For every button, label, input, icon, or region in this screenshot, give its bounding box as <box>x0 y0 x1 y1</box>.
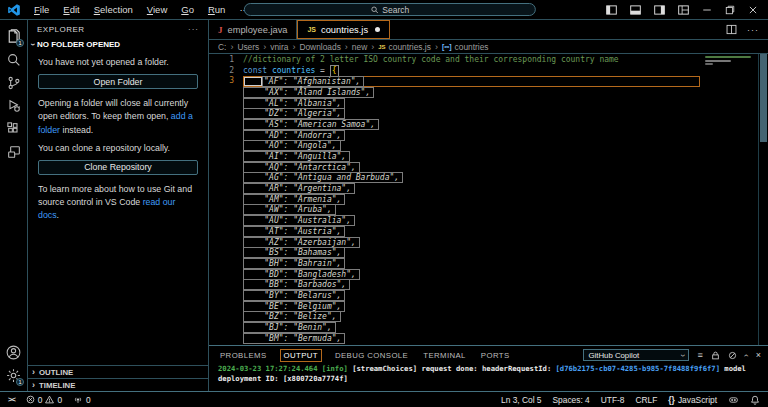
menu-edit[interactable]: Edit <box>56 4 86 15</box>
explorer-icon[interactable]: 1 <box>0 25 27 48</box>
customize-layout-icon[interactable] <box>678 5 689 15</box>
code-line[interactable]: "AI": "Anguilla", <box>209 151 700 162</box>
copilot-status-icon[interactable] <box>728 395 739 405</box>
accounts-icon[interactable] <box>0 341 27 364</box>
notifications-bell-icon[interactable] <box>750 395 760 405</box>
code-line[interactable]: "DZ": "Algeria", <box>209 108 700 119</box>
panel-tab-output[interactable]: OUTPUT <box>280 349 322 362</box>
code-line[interactable]: "AX": "Åland Islands", <box>209 87 700 98</box>
chevron-down-icon: › <box>28 43 37 46</box>
explorer-sidebar: EXPLORER ··· › NO FOLDER OPENED You have… <box>28 20 209 391</box>
run-and-debug-icon[interactable] <box>0 94 27 117</box>
panel-tab-debug-console[interactable]: DEBUG CONSOLE <box>333 350 410 361</box>
minimize-icon[interactable] <box>702 5 712 15</box>
minimap[interactable] <box>703 54 758 345</box>
code-line[interactable]: "BZ": "Belize", <box>209 312 700 323</box>
section-no-folder-opened[interactable]: › NO FOLDER OPENED <box>28 38 208 51</box>
code-line[interactable]: "BD": "Bangladesh", <box>209 269 700 280</box>
code-line[interactable]: "AU": "Australia", <box>209 215 700 226</box>
breadcrumb-item-Users[interactable]: Users <box>237 42 259 52</box>
clear-output-icon[interactable] <box>728 351 737 360</box>
timeline-section[interactable]: › TIMELINE <box>28 378 208 391</box>
code-line[interactable]: "BS": "Bahamas", <box>209 247 700 258</box>
scrollbar-thumb[interactable] <box>760 54 767 142</box>
breadcrumb-item-C[interactable]: C: <box>218 42 226 52</box>
close-icon[interactable] <box>748 5 758 15</box>
search-view-icon[interactable] <box>0 48 27 71</box>
code-line[interactable]: "AR": "Argentina", <box>209 183 700 194</box>
status-ln[interactable]: Ln 3, Col 5 <box>501 395 542 405</box>
status-utf-8[interactable]: UTF-8 <box>601 395 625 405</box>
status-crlf[interactable]: CRLF <box>635 395 657 405</box>
clone-repository-button[interactable]: Clone Repository <box>38 160 198 175</box>
problems-indicator[interactable]: 0 0 <box>26 395 62 405</box>
menu-selection[interactable]: Selection <box>87 4 140 15</box>
tab-countries.js[interactable]: JScountries.js <box>297 20 390 39</box>
search-input[interactable]: Search <box>244 3 536 16</box>
code-line[interactable]: "BM": "Bermuda", <box>209 333 700 344</box>
settings-badge: 1 <box>16 378 24 386</box>
language-indicator[interactable]: {} JavaScript <box>668 395 717 405</box>
restore-icon[interactable] <box>725 5 735 15</box>
code-line[interactable]: "AZ": "Azerbaijan", <box>209 237 700 248</box>
remote-explorer-icon[interactable] <box>0 140 27 163</box>
menu-file[interactable]: File <box>27 4 56 15</box>
extensions-icon[interactable] <box>0 117 27 140</box>
breadcrumb-item-new[interactable]: new <box>352 42 367 52</box>
code-line[interactable]: "AT": "Austria", <box>209 226 700 237</box>
menu-view[interactable]: View <box>140 4 174 15</box>
status-spaces[interactable]: Spaces: 4 <box>553 395 590 405</box>
editor-more-actions-icon[interactable]: ··· <box>747 25 759 35</box>
sidebar-title: EXPLORER <box>37 25 85 34</box>
code-line[interactable]: "AW": "Aruba", <box>209 205 700 216</box>
output-channel-select[interactable]: GitHub Copilot › <box>583 349 689 361</box>
code-line[interactable]: "AQ": "Antarctica", <box>209 162 700 173</box>
code-line[interactable]: "BE": "Belgium", <box>209 301 700 312</box>
ports-indicator[interactable]: 0 <box>73 395 91 405</box>
toggle-sidebar-icon[interactable] <box>606 5 617 15</box>
code-line[interactable]: 3"AF": "Afghanistan", <box>209 76 700 87</box>
tab-employee.java[interactable]: Jemployee.java <box>209 20 297 39</box>
code-line[interactable]: "AS": "American Samoa", <box>209 119 700 130</box>
code-line[interactable]: 1//dictionary of 2 letter ISO country co… <box>209 55 700 66</box>
filter-icon[interactable]: ≡ <box>697 351 702 360</box>
panel-tab-terminal[interactable]: TERMINAL <box>421 350 468 361</box>
code-line[interactable]: "AM": "Armenia", <box>209 194 700 205</box>
menu-run[interactable]: Run <box>201 4 232 15</box>
close-panel-icon[interactable]: × <box>756 351 761 360</box>
source-control-icon[interactable] <box>0 71 27 94</box>
code-line[interactable]: "AD": "Andorra", <box>209 130 700 141</box>
code-line[interactable]: "BH": "Bahrain", <box>209 258 700 269</box>
maximize-panel-icon[interactable]: › <box>742 354 751 357</box>
editor-scrollbar[interactable] <box>758 54 768 345</box>
outline-section[interactable]: › OUTLINE <box>28 365 208 378</box>
breadcrumb-item-Downloads[interactable]: Downloads <box>299 42 340 52</box>
breadcrumb-separator: › <box>345 42 348 52</box>
toggle-secondary-sidebar-icon[interactable] <box>654 5 665 15</box>
lock-icon[interactable] <box>711 351 720 360</box>
code-line[interactable]: "BY": "Belarus", <box>209 290 700 301</box>
editor-tab-bar: Jemployee.javaJScountries.js ··· <box>209 20 768 40</box>
sidebar-more-icon[interactable]: ··· <box>188 25 199 34</box>
breadcrumb-item-countries[interactable]: [∞]countries <box>442 42 489 52</box>
breadcrumb-item-countriesjs[interactable]: JScountries.js <box>378 42 431 52</box>
code-line[interactable]: 2const countries = { <box>209 66 700 77</box>
panel-tab-ports[interactable]: PORTS <box>479 350 512 361</box>
menu-go[interactable]: Go <box>174 4 201 15</box>
remote-indicator[interactable]: >< <box>8 395 15 404</box>
open-folder-button[interactable]: Open Folder <box>38 74 198 89</box>
modified-dot-icon[interactable] <box>375 27 380 32</box>
panel-tab-problems[interactable]: PROBLEMS <box>218 350 269 361</box>
breadcrumb-item-vnira[interactable]: vnira <box>270 42 288 52</box>
toggle-panel-icon[interactable] <box>630 5 641 15</box>
code-line[interactable]: "AO": "Angola", <box>209 141 700 152</box>
code-line[interactable]: "BJ": "Benin", <box>209 322 700 333</box>
symbol-object-icon: [∞] <box>442 43 452 50</box>
code-line[interactable]: "AG": "Antigua and Barbuda", <box>209 173 700 184</box>
output-log: 2024-03-23 17:27:24.464 [info] [streamCh… <box>209 362 768 391</box>
code-line[interactable]: "BB": "Barbados", <box>209 279 700 290</box>
code-line[interactable]: "AL": "Albania", <box>209 98 700 109</box>
split-editor-icon[interactable] <box>726 24 737 35</box>
code-editor[interactable]: 1//dictionary of 2 letter ISO country co… <box>209 54 768 345</box>
settings-gear-icon[interactable]: 1 <box>0 364 27 387</box>
